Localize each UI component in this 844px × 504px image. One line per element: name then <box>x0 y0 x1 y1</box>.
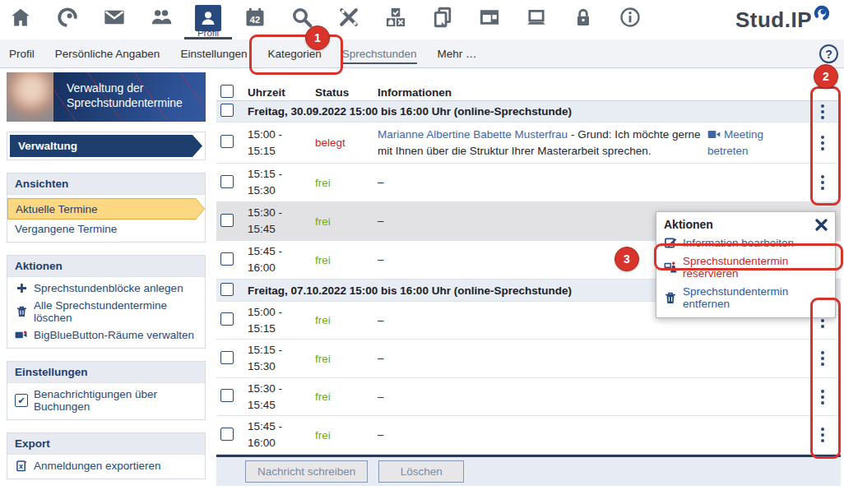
page-nav: Profil Persönliche Angaben Einstellungen… <box>0 39 844 68</box>
column-header-uhrzeit: Uhrzeit <box>248 85 315 101</box>
row-actions-menu-button[interactable] <box>816 173 829 192</box>
files-icon[interactable] <box>430 0 455 39</box>
meeting-link[interactable]: Meeting betreten <box>707 127 805 159</box>
group-checkbox[interactable] <box>220 104 234 117</box>
row-checkbox[interactable] <box>220 428 234 441</box>
info-cell: – <box>378 427 707 443</box>
time-cell: 15:15 -15:30 <box>248 342 315 374</box>
row-checkbox[interactable] <box>220 175 234 188</box>
table-row: 15:15 -15:30 frei – <box>216 164 841 202</box>
column-header-informationen: Informationen <box>378 85 707 101</box>
plus-icon <box>15 283 28 294</box>
sidebar-action-bbb-raeume[interactable]: BigBlueButton-Räume verwalten <box>7 326 205 344</box>
sidebar-item-vergangene-termine[interactable]: Vergangene Termine <box>7 220 205 238</box>
popup-item-information-bearbeiten[interactable]: Information bearbeiten <box>664 237 828 249</box>
info-icon[interactable] <box>618 0 642 39</box>
einstellungen-widget: Einstellungen Benachrichtigungen über Bu… <box>7 361 206 420</box>
export-doc-icon <box>15 460 28 472</box>
sidebar-action-anmeldungen-exportieren[interactable]: Anmeldungen exportieren <box>7 457 205 474</box>
mail-icon[interactable] <box>102 0 127 39</box>
export-widget: Export Anmeldungen exportieren <box>7 432 206 479</box>
help-icon[interactable]: ? <box>819 44 838 63</box>
ansichten-widget-title: Ansichten <box>7 173 205 195</box>
group-checkbox[interactable] <box>220 283 234 296</box>
annotation-step-1: 1 <box>305 25 330 50</box>
delete-button[interactable]: Löschen <box>378 460 464 483</box>
table-row: 15:15 -15:30 frei – <box>216 340 841 378</box>
actions-popup: Aktionen Information bearbeiten Sprechst… <box>656 211 836 318</box>
row-checkbox[interactable] <box>220 351 234 364</box>
row-actions-menu-button[interactable] <box>816 133 829 153</box>
popup-item-sprechstundentermin-entfernen[interactable]: Sprechstundentermin entfernen <box>664 285 828 310</box>
row-checkbox[interactable] <box>220 252 234 266</box>
spiral-icon[interactable] <box>55 0 80 39</box>
studip-logo-text: Stud.IP <box>735 7 812 32</box>
time-cell: 15:00 -15:15 <box>248 127 315 159</box>
row-checkbox[interactable] <box>220 214 234 227</box>
status-cell: frei <box>315 177 378 189</box>
table-footer: Nachricht schreiben Löschen <box>216 455 841 486</box>
sidebar-action-termine-loeschen[interactable]: Alle Sprechstundentermine löschen <box>7 297 205 326</box>
nav-item-persoenliche-angaben[interactable]: Persönliche Angaben <box>55 48 160 60</box>
status-cell: frei <box>315 215 378 228</box>
status-cell: frei <box>315 314 378 326</box>
profile-tab[interactable]: Profil <box>194 0 222 39</box>
nav-item-profil[interactable]: Profil <box>9 48 35 60</box>
person-plus-icon <box>664 261 677 273</box>
resources-icon[interactable] <box>383 0 408 39</box>
row-actions-menu-button[interactable] <box>816 425 829 445</box>
notification-checkbox[interactable] <box>15 394 28 407</box>
status-cell: frei <box>315 429 378 442</box>
notification-toggle[interactable]: Benachrichtigungen über Buchungen <box>7 386 205 415</box>
info-cell: – <box>378 389 707 405</box>
nav-item-einstellungen[interactable]: Einstellungen <box>180 48 247 60</box>
sidebar-action-bloecke-anlegen[interactable]: Sprechstundenblöcke anlegen <box>7 280 205 297</box>
status-cell: frei <box>315 353 378 365</box>
nav-item-sprechstunden[interactable]: Sprechstunden <box>342 48 417 64</box>
verwaltung-nav-item[interactable]: Verwaltung <box>10 135 202 157</box>
home-icon[interactable] <box>8 0 33 39</box>
sidebar: Verwaltung der Sprechstundentermine Verw… <box>7 72 206 479</box>
row-checkbox[interactable] <box>220 135 234 148</box>
annotation-step-2: 2 <box>814 64 838 89</box>
schedule-icon[interactable]: 42 <box>243 0 267 39</box>
close-icon[interactable] <box>815 219 828 231</box>
actions-popup-title: Aktionen <box>664 218 713 231</box>
tools-icon[interactable] <box>336 0 361 39</box>
camera-plus-icon <box>15 330 28 340</box>
row-checkbox[interactable] <box>220 312 234 326</box>
select-all-checkbox[interactable] <box>220 85 234 98</box>
courseware-icon[interactable] <box>477 0 502 39</box>
table-header-row: Uhrzeit Status Informationen <box>216 85 841 101</box>
aktionen-widget-title: Aktionen <box>7 256 205 277</box>
aktionen-widget: Aktionen Sprechstundenblöcke anlegen All… <box>7 255 206 349</box>
nav-item-mehr[interactable]: Mehr … <box>438 48 477 60</box>
trash-icon <box>15 306 28 317</box>
table-row: 15:45 -16:00 frei – <box>216 416 841 455</box>
community-icon[interactable] <box>149 0 174 39</box>
computer-icon[interactable] <box>524 0 549 39</box>
sidebar-item-aktuelle-termine[interactable]: Aktuelle Termine <box>7 198 205 220</box>
booker-name-link[interactable]: Marianne Albertine Babette Musterfrau <box>378 128 568 141</box>
svg-text:42: 42 <box>250 15 260 25</box>
lock-icon[interactable] <box>571 0 596 39</box>
write-message-button[interactable]: Nachricht schreiben <box>245 460 368 483</box>
column-header-status: Status <box>315 86 378 99</box>
trash-icon <box>664 292 677 304</box>
info-cell: – <box>378 350 707 367</box>
row-checkbox[interactable] <box>220 389 234 402</box>
popup-item-sprechstundentermin-reservieren[interactable]: Sprechstundentermin reservieren <box>664 255 828 280</box>
studip-logo: Stud.IP <box>735 7 831 32</box>
studip-logo-spiral-icon <box>813 4 831 22</box>
info-cell: Marianne Albertine Babette Musterfrau - … <box>378 127 707 159</box>
row-actions-menu-button[interactable] <box>816 349 829 368</box>
export-widget-title: Export <box>7 433 205 455</box>
row-actions-menu-button[interactable] <box>816 387 829 407</box>
status-cell: frei <box>315 254 378 266</box>
row-actions-menu-button[interactable] <box>816 102 829 122</box>
annotation-step-3: 3 <box>614 247 639 271</box>
camera-icon <box>707 130 721 139</box>
status-cell: belegt <box>315 136 378 149</box>
time-cell: 15:00 -15:15 <box>248 304 315 336</box>
avatar <box>7 72 53 122</box>
